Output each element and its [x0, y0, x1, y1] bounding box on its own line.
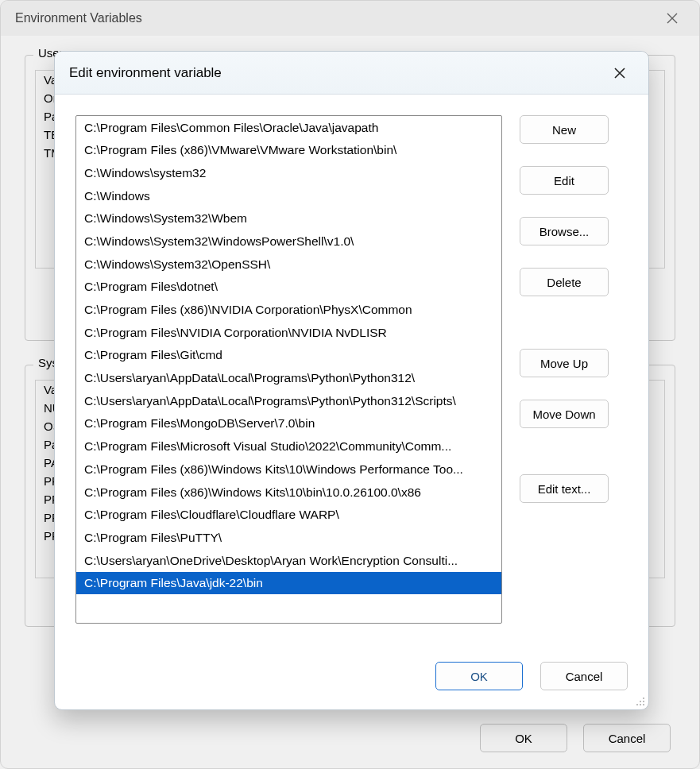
edit-dialog-titlebar: Edit environment variable: [55, 52, 648, 95]
path-item[interactable]: C:\Program Files (x86)\Windows Kits\10\W…: [76, 458, 501, 481]
path-item[interactable]: C:\Program Files\Java\jdk-22\bin: [76, 572, 501, 595]
delete-button[interactable]: Delete: [520, 268, 609, 296]
path-item[interactable]: C:\Program Files\MongoDB\Server\7.0\bin: [76, 412, 501, 435]
path-item[interactable]: C:\Users\aryan\AppData\Local\Programs\Py…: [76, 367, 501, 390]
path-item[interactable]: C:\Program Files\NVIDIA Corporation\NVID…: [76, 321, 501, 344]
ok-button[interactable]: OK: [435, 662, 523, 690]
path-item[interactable]: C:\Program Files\Microsoft Visual Studio…: [76, 435, 501, 458]
svg-point-4: [640, 704, 641, 705]
path-item[interactable]: C:\Windows\System32\Wbem: [76, 207, 501, 230]
cancel-button[interactable]: Cancel: [540, 662, 628, 690]
path-item[interactable]: C:\Windows\System32\OpenSSH\: [76, 253, 501, 276]
svg-point-0: [643, 698, 644, 699]
path-listbox[interactable]: C:\Program Files\Common Files\Oracle\Jav…: [75, 115, 502, 624]
path-item[interactable]: C:\Program Files\PuTTY\: [76, 526, 501, 549]
move-down-button[interactable]: Move Down: [520, 400, 609, 428]
edit-dialog-title: Edit environment variable: [69, 65, 222, 81]
path-item[interactable]: C:\Users\aryan\OneDrive\Desktop\Aryan Wo…: [76, 549, 501, 572]
svg-point-2: [643, 701, 644, 702]
new-button[interactable]: New: [520, 115, 609, 144]
edit-side-buttons: New Edit Browse... Delete Move Up Move D…: [520, 115, 628, 647]
browse-button[interactable]: Browse...: [520, 217, 609, 245]
edit-button[interactable]: Edit: [520, 166, 609, 195]
path-item[interactable]: C:\Users\aryan\AppData\Local\Programs\Py…: [76, 389, 501, 412]
svg-point-1: [640, 701, 641, 702]
edit-text-button[interactable]: Edit text...: [520, 474, 609, 503]
path-item[interactable]: C:\Program Files\dotnet\: [76, 276, 501, 299]
path-item[interactable]: C:\Program Files\Common Files\Oracle\Jav…: [76, 116, 501, 139]
path-item[interactable]: C:\Program Files (x86)\VMware\VMware Wor…: [76, 139, 501, 162]
edit-env-var-dialog: Edit environment variable C:\Program Fil…: [54, 51, 649, 710]
move-up-button[interactable]: Move Up: [520, 349, 609, 377]
path-item[interactable]: C:\Program Files (x86)\Windows Kits\10\b…: [76, 481, 501, 504]
path-item[interactable]: C:\Windows\System32\WindowsPowerShell\v1…: [76, 230, 501, 253]
edit-dialog-body: C:\Program Files\Common Files\Oracle\Jav…: [55, 95, 648, 654]
edit-dialog-bottom-buttons: OK Cancel: [55, 654, 648, 709]
path-item[interactable]: C:\Windows: [76, 184, 501, 207]
path-item[interactable]: C:\Program Files\Git\cmd: [76, 344, 501, 367]
resize-grip-icon[interactable]: [634, 695, 645, 706]
svg-point-5: [643, 704, 644, 705]
svg-point-3: [636, 704, 638, 705]
close-icon[interactable]: [602, 60, 637, 87]
path-item[interactable]: C:\Program Files (x86)\NVIDIA Corporatio…: [76, 299, 501, 322]
path-item[interactable]: C:\Windows\system32: [76, 161, 501, 184]
path-item[interactable]: C:\Program Files\Cloudflare\Cloudflare W…: [76, 504, 501, 527]
